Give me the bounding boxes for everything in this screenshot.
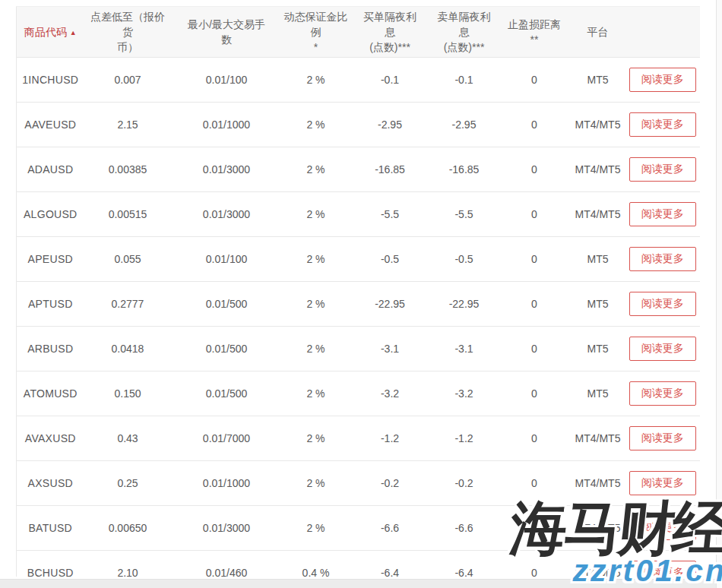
cell-platform: MT4/MT5 <box>571 103 625 147</box>
table-header-row: 商品代码▲点差低至（报价货币）最小/最大交易手数动态保证金比例*买单隔夜利息(点… <box>17 7 701 58</box>
cell-code: AAVEUSD <box>17 103 84 147</box>
cell-lots: 0.01/3000 <box>172 506 282 551</box>
cell-sell-swap: -0.1 <box>430 58 499 103</box>
cell-actions: 阅读更多 <box>625 327 701 371</box>
cell-spread: 0.00385 <box>84 147 172 192</box>
cell-spread: 0.00650 <box>84 506 172 551</box>
cell-code: ALGOUSD <box>17 192 84 237</box>
cell-actions: 阅读更多 <box>625 506 701 551</box>
column-header-actions <box>625 7 701 58</box>
cell-code: ATOMUSD <box>17 371 84 416</box>
cell-buy-swap: -16.85 <box>350 147 430 192</box>
cell-buy-swap: -3.1 <box>350 327 430 371</box>
read-more-button[interactable]: 阅读更多 <box>629 292 696 315</box>
cell-margin: 2 % <box>282 192 350 237</box>
cell-actions: 阅读更多 <box>625 147 701 192</box>
cell-sell-swap: -6.6 <box>430 506 499 551</box>
cell-stop-distance: 0 <box>499 192 571 237</box>
read-more-button[interactable]: 阅读更多 <box>629 426 696 450</box>
column-header-platform[interactable]: 平台 <box>571 7 625 58</box>
cell-spread: 2.10 <box>84 551 172 577</box>
cell-buy-swap: -5.5 <box>350 192 430 237</box>
cell-lots: 0.01/1000 <box>172 103 282 147</box>
cell-stop-distance: 0 <box>499 506 571 551</box>
read-more-button[interactable]: 阅读更多 <box>629 247 696 270</box>
cell-actions: 阅读更多 <box>625 58 701 103</box>
cell-sell-swap: -5.5 <box>430 192 499 237</box>
cell-actions: 阅读更多 <box>625 282 701 327</box>
read-more-button[interactable]: 阅读更多 <box>629 561 696 577</box>
table-row: ADAUSD0.003850.01/30002 %-16.85-16.850MT… <box>17 147 701 192</box>
cell-spread: 0.25 <box>84 461 172 506</box>
cell-actions: 阅读更多 <box>625 371 701 416</box>
cell-margin: 2 % <box>282 327 350 371</box>
cell-stop-distance: 0 <box>499 551 571 577</box>
cell-code: BATUSD <box>17 506 84 551</box>
column-header-label: 动态保证金比例* <box>284 11 348 54</box>
cell-margin: 2 % <box>282 58 350 103</box>
cell-margin: 2 % <box>282 147 350 192</box>
read-more-button[interactable]: 阅读更多 <box>629 337 696 360</box>
column-header-margin[interactable]: 动态保证金比例* <box>282 7 350 58</box>
table-row: AVAXUSD0.430.01/70002 %-1.2-1.20MT4/MT5阅… <box>17 416 701 461</box>
cell-lots: 0.01/7000 <box>172 416 282 461</box>
cell-actions: 阅读更多 <box>625 237 701 282</box>
cell-platform: MT4/MT5 <box>571 147 625 192</box>
cell-actions: 阅读更多 <box>625 192 701 237</box>
cell-sell-swap: -22.95 <box>430 282 499 327</box>
page-section-divider <box>0 579 722 588</box>
cell-lots: 0.01/500 <box>172 282 282 327</box>
cell-code: APTUSD <box>17 282 84 327</box>
column-header-sell-swap[interactable]: 卖单隔夜利息(点数)*** <box>430 7 499 58</box>
column-header-product-code[interactable]: 商品代码▲ <box>17 7 84 58</box>
cell-sell-swap: -1.2 <box>430 416 499 461</box>
cell-sell-swap: -0.5 <box>430 237 499 282</box>
cell-buy-swap: -1.2 <box>350 416 430 461</box>
cell-buy-swap: -6.4 <box>350 551 430 577</box>
read-more-button[interactable]: 阅读更多 <box>629 68 696 91</box>
scrollbar[interactable] <box>716 0 722 588</box>
read-more-button[interactable]: 阅读更多 <box>629 112 696 136</box>
cell-code: BCHUSD <box>17 551 84 577</box>
cell-platform: MT5 <box>571 282 625 327</box>
cell-spread: 0.007 <box>84 58 172 103</box>
column-header-stop-distance[interactable]: 止盈损距离** <box>499 7 571 58</box>
cell-spread: 0.0418 <box>84 327 172 371</box>
column-header-label: 止盈损距离** <box>508 18 561 46</box>
read-more-button[interactable]: 阅读更多 <box>629 157 696 181</box>
cell-buy-swap: -6.6 <box>350 506 430 551</box>
cell-lots: 0.01/500 <box>172 371 282 416</box>
cell-stop-distance: 0 <box>499 147 571 192</box>
column-header-label: 卖单隔夜利息(点数)*** <box>438 11 491 54</box>
column-header-label: 最小/最大交易手数 <box>188 18 265 46</box>
column-header-spread[interactable]: 点差低至（报价货币） <box>84 7 172 58</box>
cell-platform: MT4/MT5 <box>571 416 625 461</box>
table-row: 1INCHUSD0.0070.01/1002 %-0.1-0.10MT5阅读更多 <box>17 58 701 103</box>
cell-code: ADAUSD <box>17 147 84 192</box>
cell-spread: 0.00515 <box>84 192 172 237</box>
cell-sell-swap: -6.4 <box>430 551 499 577</box>
cell-lots: 0.01/460 <box>172 551 282 577</box>
products-table: 商品代码▲点差低至（报价货币）最小/最大交易手数动态保证金比例*买单隔夜利息(点… <box>16 6 700 577</box>
read-more-button[interactable]: 阅读更多 <box>629 202 696 226</box>
cell-actions: 阅读更多 <box>625 551 701 577</box>
column-header-lots[interactable]: 最小/最大交易手数 <box>172 7 282 58</box>
read-more-button[interactable]: 阅读更多 <box>629 381 696 405</box>
cell-actions: 阅读更多 <box>625 416 701 461</box>
cell-lots: 0.01/100 <box>172 58 282 103</box>
cell-platform: MT4/MT5 <box>571 192 625 237</box>
cell-spread: 0.055 <box>84 237 172 282</box>
read-more-button[interactable]: 阅读更多 <box>629 516 696 539</box>
cell-stop-distance: 0 <box>499 327 571 371</box>
cell-margin: 0.4 % <box>282 551 350 577</box>
cell-lots: 0.01/3000 <box>172 192 282 237</box>
cell-buy-swap: -0.5 <box>350 237 430 282</box>
cell-sell-swap: -0.2 <box>430 461 499 506</box>
cell-sell-swap: -3.2 <box>430 371 499 416</box>
read-more-button[interactable]: 阅读更多 <box>629 471 696 495</box>
table-row: AAVEUSD2.150.01/10002 %-2.95-2.950MT4/MT… <box>17 103 701 147</box>
table-row: ARBUSD0.04180.01/5002 %-3.1-3.10MT5阅读更多 <box>17 327 701 371</box>
column-header-buy-swap[interactable]: 买单隔夜利息(点数)*** <box>350 7 430 58</box>
cell-actions: 阅读更多 <box>625 103 701 147</box>
cell-margin: 2 % <box>282 103 350 147</box>
